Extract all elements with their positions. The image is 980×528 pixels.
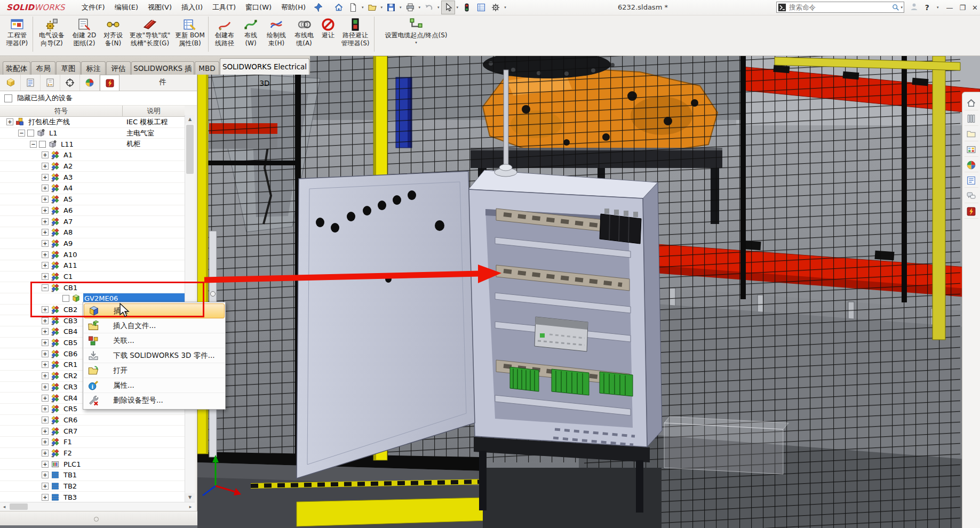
help-button[interactable]: ? <box>925 3 929 12</box>
column-header-description[interactable]: 说明 <box>123 106 185 116</box>
close-button[interactable]: ✕ <box>972 4 978 12</box>
ribbon-draw-harness[interactable]: 绘制线束(H) <box>262 15 290 54</box>
plus-expander-icon[interactable]: + <box>42 196 49 203</box>
ribbon-create-routing-path[interactable]: 创建布线路径 <box>210 15 239 54</box>
scroll-left-icon[interactable]: ◂ <box>0 502 9 511</box>
undo-caret-icon[interactable]: ▾ <box>436 5 441 10</box>
taskpane-explorer-icon[interactable] <box>965 127 978 141</box>
plus-expander-icon[interactable]: + <box>42 417 49 423</box>
tree-row-A3[interactable]: +∞A3 <box>0 172 185 183</box>
select-caret-icon[interactable]: ▾ <box>456 5 460 10</box>
tree-row-F2[interactable]: +∞F2 <box>0 448 185 459</box>
plus-expander-icon[interactable]: + <box>42 229 49 236</box>
taskpane-custom-icon[interactable] <box>965 174 978 188</box>
ribbon-align-devices[interactable]: 对齐设备(N) <box>100 15 126 54</box>
plus-expander-icon[interactable]: + <box>42 372 49 379</box>
column-header-symbol[interactable]: 符号 <box>0 106 123 116</box>
taskpane-appear-icon[interactable] <box>965 158 978 172</box>
taskpane-palette-icon[interactable] <box>965 143 978 157</box>
tree-row-A8[interactable]: +∞A8 <box>0 227 185 238</box>
taskpane-forum-icon[interactable] <box>965 189 978 203</box>
checkbox[interactable] <box>27 130 34 137</box>
context-menu-item-下载 SOLIDWORKS 3D 零件[interactable]: 下载 SOLIDWORKS 3D 零件... <box>84 348 225 363</box>
plus-expander-icon[interactable]: + <box>42 240 49 247</box>
plus-expander-icon[interactable]: + <box>42 262 49 269</box>
plus-expander-icon[interactable]: + <box>42 383 49 390</box>
menu-视图(V)[interactable]: 视图(V) <box>143 0 177 15</box>
help-caret-icon[interactable]: ▾ <box>936 5 940 10</box>
plus-expander-icon[interactable]: + <box>42 339 49 346</box>
ribbon-route-cables[interactable]: 布线电缆(A) <box>290 15 318 54</box>
tab-评估[interactable]: 评估 <box>106 61 131 75</box>
horizontal-scroll-thumb[interactable] <box>10 503 28 510</box>
context-menu-item-删除设备型号[interactable]: 删除设备型号... <box>84 393 225 408</box>
panel-tab-target-icon[interactable] <box>60 75 80 91</box>
minimize-button[interactable]: — <box>946 4 953 12</box>
plus-expander-icon[interactable]: + <box>42 395 49 402</box>
context-menu-item-属性[interactable]: i属性... <box>84 378 225 393</box>
context-menu-item-关联[interactable]: 关联... <box>84 333 225 348</box>
plus-expander-icon[interactable]: + <box>42 461 49 468</box>
tree-row-A9[interactable]: +∞A9 <box>0 238 185 250</box>
minus-expander-icon[interactable]: − <box>30 141 37 148</box>
scroll-right-icon[interactable]: ▸ <box>186 502 195 511</box>
tree-row-C1[interactable]: +∞C1 <box>0 271 185 283</box>
rebuild-button[interactable] <box>460 1 474 14</box>
tab-标注[interactable]: 标注 <box>81 61 106 75</box>
ribbon-route-avoid-manager[interactable]: 路径避让管理器(S) <box>338 15 372 54</box>
options-caret-icon[interactable]: ▾ <box>503 5 507 10</box>
home-button[interactable] <box>332 1 346 14</box>
ribbon-set-cable-origin-destination[interactable]: 设置电缆起点/终点(S)▾ <box>376 15 456 54</box>
tree-row-打包机生产线[interactable]: +打包机生产线IEC 模板工程 <box>0 117 185 128</box>
plus-expander-icon[interactable]: + <box>42 471 49 478</box>
search-caret-icon[interactable]: ▾ <box>899 5 904 10</box>
vertical-scroll-thumb[interactable] <box>186 125 194 174</box>
tree-row-A4[interactable]: +∞A4 <box>0 183 185 194</box>
plus-expander-icon[interactable]: + <box>42 218 49 225</box>
menu-工具(T)[interactable]: 工具(T) <box>208 0 241 15</box>
new-document-button[interactable] <box>346 1 360 14</box>
plus-expander-icon[interactable]: + <box>42 185 49 191</box>
taskpane-home-icon[interactable] <box>965 97 978 110</box>
ribbon-route-wires[interactable]: 布线(W) <box>239 15 262 54</box>
tree-row-A7[interactable]: +∞A7 <box>0 216 185 227</box>
panel-tab-props-icon[interactable] <box>21 75 41 91</box>
tab-装配体[interactable]: 装配体 <box>3 61 30 75</box>
ribbon-update-bom[interactable]: 更新 BOM属性(B) <box>173 15 206 54</box>
select-button[interactable] <box>441 1 455 14</box>
ribbon-create-2d-drawing[interactable]: 创建 2D图纸(2) <box>69 15 100 54</box>
plus-expander-icon[interactable]: + <box>42 151 49 158</box>
tree-row-TB2[interactable]: +TB2 <box>0 481 185 492</box>
scroll-up-icon[interactable]: ▲ <box>185 115 195 124</box>
tab-SOLIDWORKS Electrical 3D[interactable]: SOLIDWORKS Electrical 3D <box>220 58 309 75</box>
search-icon[interactable] <box>891 3 899 11</box>
plus-expander-icon[interactable]: + <box>42 328 49 335</box>
ribbon-avoid[interactable]: 避让 <box>318 15 338 54</box>
menu-文件(F)[interactable]: 文件(F) <box>77 0 110 15</box>
panel-tab-config-icon[interactable] <box>41 75 60 91</box>
hide-inserted-checkbox[interactable] <box>4 94 12 102</box>
bill-of-materials-button[interactable] <box>474 1 488 14</box>
tab-SOLIDWORKS 插件[interactable]: SOLIDWORKS 插件 <box>131 61 194 75</box>
tree-row-A6[interactable]: +∞A6 <box>0 205 185 217</box>
user-account-icon[interactable] <box>910 2 919 13</box>
ribbon-change-rail-duct-length[interactable]: 更改"导轨"或"线槽"长度(G) <box>126 15 173 54</box>
taskpane-library-icon[interactable] <box>965 112 978 126</box>
restore-button[interactable]: ❐ <box>959 4 966 12</box>
open-document-button[interactable] <box>365 1 379 14</box>
print-button[interactable] <box>403 1 417 14</box>
save-caret-icon[interactable]: ▾ <box>399 5 403 10</box>
plus-expander-icon[interactable]: + <box>42 163 49 170</box>
print-caret-icon[interactable]: ▾ <box>418 5 422 10</box>
tree-row-A2[interactable]: +∞A2 <box>0 161 185 172</box>
tree-row-A10[interactable]: +∞A10 <box>0 249 185 260</box>
plus-expander-icon[interactable]: + <box>42 251 49 258</box>
open-document-caret-icon[interactable]: ▾ <box>380 5 384 10</box>
plus-expander-icon[interactable]: + <box>42 174 49 181</box>
plus-expander-icon[interactable]: + <box>42 405 49 412</box>
ribbon-electrical-device-wizard[interactable]: 电气设备向导(Z) <box>35 15 69 54</box>
plus-expander-icon[interactable]: + <box>42 494 49 501</box>
tab-布局[interactable]: 布局 <box>31 61 55 75</box>
plus-expander-icon[interactable]: + <box>42 428 49 435</box>
plus-expander-icon[interactable]: + <box>42 350 49 357</box>
